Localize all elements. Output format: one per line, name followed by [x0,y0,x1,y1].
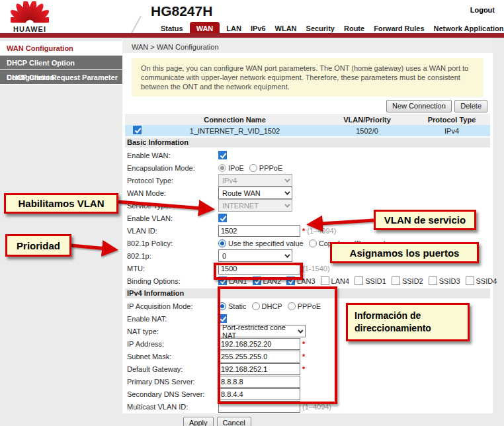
service-type-select: INTERNET [218,199,292,212]
col-protocol-type: Protocol Type [413,114,490,125]
lan2-checkbox[interactable] [253,277,261,285]
col-vlan-priority: VLAN/Priority [321,114,413,125]
protocol-type-select: IPv4 [218,174,292,187]
ssid2-label[interactable]: SSID2 [402,277,423,285]
delete-button[interactable]: Delete [454,100,487,112]
lan3-label[interactable]: LAN3 [297,277,315,285]
pppoe-radio-label[interactable]: PPPoE [259,164,282,172]
chevron-down-icon [284,189,290,194]
use-specified-value-label[interactable]: Use the specified value [228,239,304,247]
static-radio[interactable] [218,302,226,310]
mtu-range-hint: (1-1540) [302,265,330,273]
huawei-logo: HUAWEI [7,1,53,33]
table-row[interactable]: 1_INTERNET_R_VID_1502 1502/0 IPv4 [125,125,490,136]
sidebar-item-wan-configuration[interactable]: WAN Configuration [0,41,122,56]
pppoe-acquisition-radio[interactable] [288,302,296,310]
enable-wan-checkbox[interactable] [218,151,227,159]
lan2-label[interactable]: LAN2 [263,277,282,285]
enable-nat-label: Enable NAT: [127,315,218,323]
router-admin-page: HUAWEI HG8247H Logout Status WAN LAN IPv… [0,0,504,426]
cancel-button[interactable]: Cancel [217,417,251,426]
protocol-type-label: Protocol Type: [127,177,218,185]
sidebar-item-dhcp-client-request[interactable]: DHCP Client Request Parameter [0,70,122,85]
secondary-dns-input[interactable] [218,388,300,400]
binding-options-label: Binding Options: [127,277,218,285]
ssid3-checkbox[interactable] [429,277,437,285]
ssid1-checkbox[interactable] [355,277,363,285]
static-radio-label[interactable]: Static [228,302,247,310]
priority-arrow [71,245,114,249]
nat-type-select[interactable]: Port-restricted cone NAT [218,325,306,337]
ipoe-radio[interactable] [218,164,226,172]
enable-nat-checkbox[interactable] [218,314,227,323]
lan3-checkbox[interactable] [286,277,295,285]
new-connection-button[interactable]: New Connection [386,100,452,112]
secondary-dns-label: Secondary DNS Server: [127,390,218,398]
row-select-checkbox[interactable] [133,126,142,134]
lan4-checkbox[interactable] [321,277,329,285]
huawei-flower-icon [11,1,49,25]
enable-vlan-label: Enable VLAN: [127,214,218,222]
ssid2-checkbox[interactable] [392,277,400,285]
connections-table: Connection Name VLAN/Priority Protocol T… [125,114,490,136]
default-gateway-label: Default Gateway: [127,365,218,373]
vlan-priority-cell: 1502/0 [321,125,413,136]
dhcp-radio-label[interactable]: DHCP [262,302,282,310]
subnet-mask-input[interactable] [218,351,300,362]
logout-link[interactable]: Logout [470,6,495,14]
breadcrumb: WAN > WAN Configuration [122,41,493,53]
ssid1-label[interactable]: SSID1 [365,277,386,285]
multicast-vlan-id-input[interactable] [218,401,300,413]
mtu-input[interactable] [218,263,300,275]
connection-name-cell: 1_INTERNET_R_VID_1502 [149,125,321,136]
protocol-type-cell: IPv4 [413,125,490,136]
required-marker: * [302,353,305,361]
primary-dns-input[interactable] [218,376,300,388]
copy-from-ip-precedence-radio[interactable] [309,239,317,247]
sidebar: WAN Configuration DHCP Client Option Con… [0,41,122,85]
ip-address-label: IP Address: [127,340,218,348]
nav-underline-bar [0,33,504,38]
ssid4-label[interactable]: SSID4 [476,277,497,285]
device-model-title: HG8247H [151,3,212,19]
table-header-row: Connection Name VLAN/Priority Protocol T… [125,114,490,125]
dhcp-radio[interactable] [252,302,260,310]
required-marker: * [302,340,305,348]
enable-wan-label: Enable WAN: [127,151,218,159]
8021p-select[interactable]: 0 [218,249,292,262]
primary-dns-label: Primary DNS Server: [127,378,218,386]
lan1-checkbox[interactable] [218,277,227,285]
chevron-down-icon [284,202,290,207]
wan-mode-select[interactable]: Route WAN [218,187,292,199]
vlan-id-input[interactable] [218,225,300,237]
page-notice: On this page, you can configure WAN port… [132,58,483,97]
vlan-id-range-hint: (1–4094) [307,227,336,235]
lan1-label[interactable]: LAN1 [229,277,247,285]
ssid4-checkbox[interactable] [466,277,474,285]
8021p-policy-label: 802.1p Policy: [127,239,218,247]
ipoe-radio-label[interactable]: IPoE [228,164,244,172]
pppoe-radio[interactable] [249,164,257,172]
multicast-vlan-id-label: Multicast VLAN ID: [127,403,218,411]
chevron-down-icon [298,327,304,333]
use-specified-value-radio[interactable] [218,239,226,247]
ssid3-label[interactable]: SSID3 [439,277,460,285]
pppoe-acquisition-label[interactable]: PPPoE [298,302,321,310]
basic-information-header: Basic Information [125,138,490,148]
multicast-vlan-range-hint: (1–4094) [302,403,331,411]
ipv4-information-header: IPv4 Information [125,288,490,298]
ip-acquisition-mode-label: IP Acquisition Mode: [127,302,218,310]
required-marker: * [302,227,305,235]
annotation-service-vlan: VLAN de servicio [374,210,476,230]
default-gateway-input[interactable] [218,363,300,375]
enable-vlan-checkbox[interactable] [218,214,227,222]
service-type-label: Service Type: [127,202,218,210]
ip-address-input[interactable] [218,338,300,350]
sidebar-item-dhcp-client-option[interactable]: DHCP Client Option Configuration [0,56,122,70]
lan4-label[interactable]: LAN4 [331,277,350,285]
annotation-addressing: Información de direccionamiento [346,303,470,341]
header: HUAWEI HG8247H Logout Status WAN LAN IPv… [0,0,504,33]
form-actions: Apply Cancel [122,417,493,426]
apply-button[interactable]: Apply [183,417,214,426]
8021p-label: 802.1p: [127,252,218,260]
